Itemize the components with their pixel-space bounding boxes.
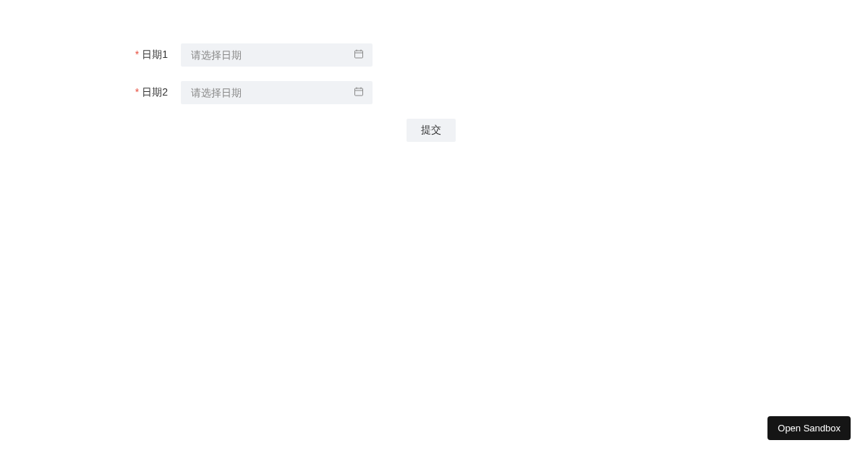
label-date2: *日期2 (109, 86, 181, 99)
label-text-date1: 日期1 (142, 48, 168, 60)
date-input-1[interactable] (181, 43, 373, 67)
button-row: 提交 (181, 119, 456, 142)
label-text-date2: 日期2 (142, 86, 168, 98)
date-input-wrapper-1 (181, 43, 373, 67)
open-sandbox-button[interactable]: Open Sandbox (767, 416, 851, 440)
label-date1: *日期1 (109, 48, 181, 62)
form-row-date2: *日期2 (109, 81, 868, 104)
required-mark: * (135, 86, 139, 98)
required-mark: * (135, 48, 139, 60)
submit-button[interactable]: 提交 (407, 119, 456, 142)
form-container: *日期1 *日期2 (0, 0, 868, 142)
date-input-wrapper-2 (181, 81, 373, 104)
form-row-date1: *日期1 (109, 43, 868, 67)
date-input-2[interactable] (181, 81, 373, 104)
